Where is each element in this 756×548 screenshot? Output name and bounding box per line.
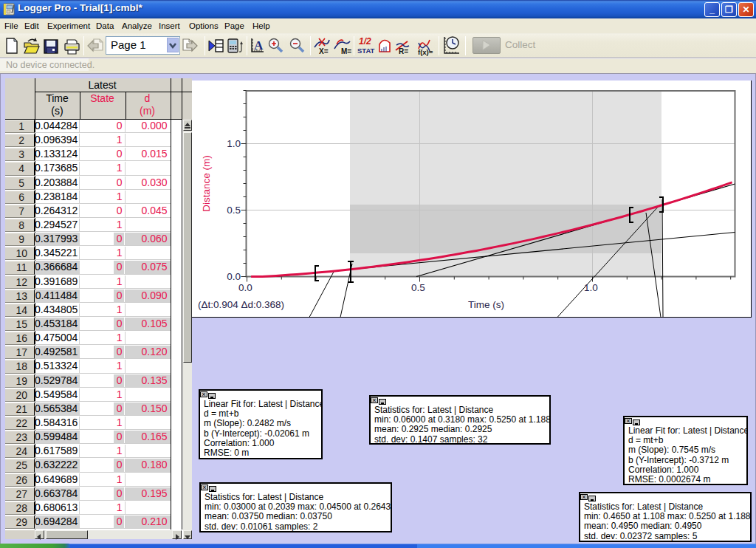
svg-text:M=: M= xyxy=(341,47,351,55)
svg-text:1/2: 1/2 xyxy=(359,36,371,47)
svg-text:A: A xyxy=(254,38,264,52)
svg-text:R=: R= xyxy=(399,47,408,55)
svg-text:X=: X= xyxy=(319,47,329,55)
svg-text:f(x)=: f(x)= xyxy=(418,48,433,56)
svg-text:STAT: STAT xyxy=(357,47,375,55)
